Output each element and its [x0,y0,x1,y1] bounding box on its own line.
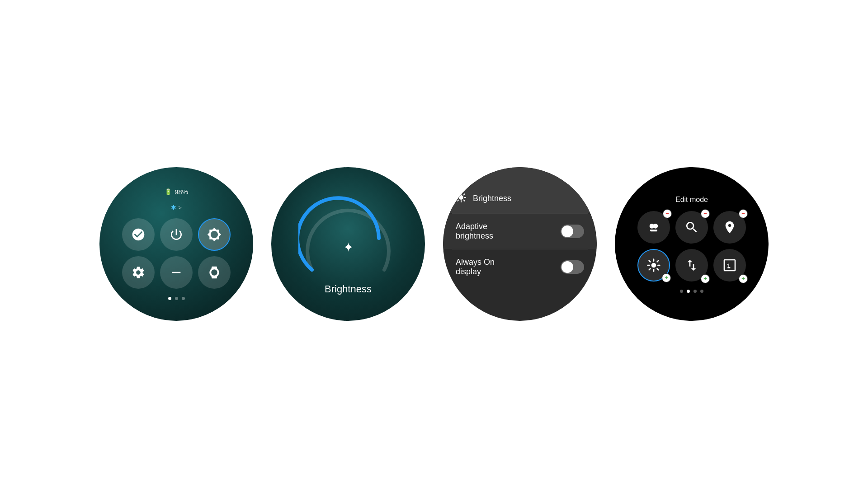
edit-dot-3 [693,290,697,293]
dot-2 [175,297,178,300]
always-on-display-label: Always Ondisplay [456,258,554,277]
nfc-edit-button[interactable]: + [713,249,746,282]
galaxy-buds-edit-button[interactable]: − [637,211,670,244]
brightness-icon [207,227,222,242]
bluetooth-arrow: > [178,204,182,211]
page-dots [168,297,185,300]
bluetooth-symbol: ✱ [171,204,176,211]
add-badge-nfc: + [739,274,748,283]
buds-icon [646,220,661,235]
svg-point-10 [653,224,658,229]
edit-page-dots [680,290,703,293]
svg-line-7 [464,194,465,195]
adaptive-brightness-toggle[interactable] [561,225,584,238]
search-icon [684,220,699,235]
nfc-icon [722,258,737,272]
settings-icon [131,265,146,280]
adaptive-brightness-label: Adaptivebrightness [456,222,554,241]
edit-mode-grid: − − − [637,211,746,282]
watch-settings-list: Brightness Adaptivebrightness Always Ond… [443,167,597,321]
brightness-item-label: Brightness [473,194,584,203]
edit-mode-title: Edit mode [675,196,708,204]
brightness-button[interactable] [198,218,231,251]
adaptive-brightness-knob [561,225,573,237]
location-edit-button[interactable]: − [713,211,746,244]
search-edit-button[interactable]: − [675,211,708,244]
minus-icon [169,265,184,280]
watch-face-button[interactable] [198,256,231,289]
always-on-display-knob [561,261,573,273]
dot-3 [182,297,185,300]
remove-badge-search: − [701,209,710,218]
quick-settings-grid [122,218,231,289]
svg-point-0 [459,195,463,200]
remove-badge-location: − [739,209,748,218]
svg-line-6 [464,200,465,201]
battery-percent: 98% [175,188,188,196]
svg-line-16 [649,260,651,262]
battery-icon: 🔋 [165,188,172,195]
task-icon [131,227,146,242]
sort-edit-button[interactable]: + [675,249,708,282]
svg-line-19 [649,268,651,270]
edit-dot-2 [687,290,690,293]
dot-1 [168,297,171,300]
power-button[interactable] [160,218,193,251]
brightness-setting-svg [456,192,467,203]
watch-brightness-knob: ✦ Brightness [271,167,425,321]
brightness-setting-icon [456,192,467,205]
edit-dot-4 [700,290,703,293]
brightness-edit-button[interactable]: + [637,249,670,282]
do-not-disturb-button[interactable] [160,256,193,289]
brightness-setting-item[interactable]: Brightness [443,167,597,213]
watch-icon [207,265,222,280]
watch-edit-mode: Edit mode − − − [615,167,769,321]
power-icon [169,227,184,242]
svg-line-17 [657,268,659,270]
brightness-label: Brightness [325,283,372,295]
remove-badge-buds: − [663,209,672,218]
sun-icon: ✦ [343,240,354,255]
svg-line-8 [458,200,458,201]
svg-line-5 [458,194,458,195]
always-on-display-item[interactable]: Always Ondisplay [443,249,597,299]
location-icon [722,220,737,235]
settings-button[interactable] [122,256,155,289]
always-on-display-toggle[interactable] [561,260,584,274]
edit-dot-1 [680,290,683,293]
task-manager-button[interactable] [122,218,155,251]
adaptive-brightness-item[interactable]: Adaptivebrightness [443,214,597,249]
brightness-edit-icon [646,258,661,272]
add-badge-sort: + [701,274,710,283]
brightness-arc[interactable]: ✦ [298,193,398,292]
svg-point-11 [651,263,656,267]
svg-line-18 [657,260,659,262]
watch-quick-settings: 🔋 98% ✱ > [99,167,253,321]
add-badge-brightness: + [662,273,671,282]
sort-icon [684,258,699,272]
